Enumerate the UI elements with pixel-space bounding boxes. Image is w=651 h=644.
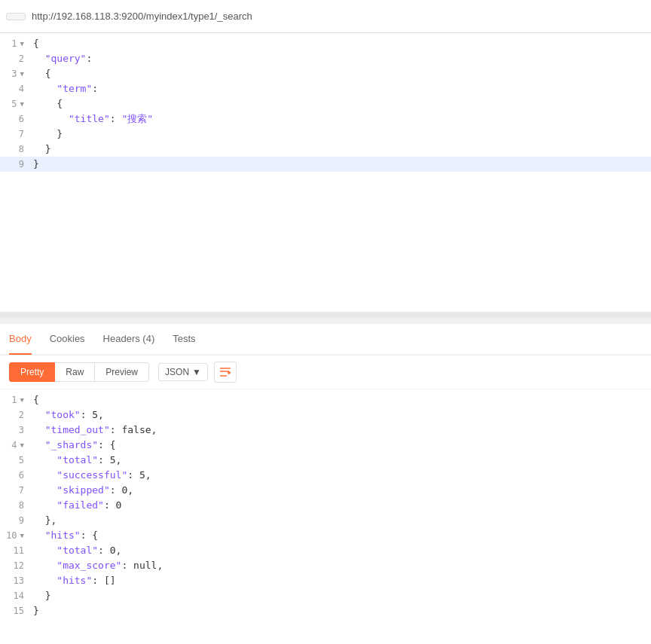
code-content: "title": "搜索" <box>30 111 153 127</box>
line-number: 7 <box>0 127 30 142</box>
response-code-content: "hits": [] <box>30 573 116 588</box>
response-code-content: "successful": 5, <box>30 468 151 483</box>
response-code-content: } <box>30 603 39 618</box>
code-content: } <box>30 157 39 172</box>
line-number: 9 <box>0 157 30 172</box>
response-tab-headers[interactable]: Headers (4) <box>103 333 155 346</box>
response-line-number: 3 <box>0 423 30 438</box>
response-code-line: 5 "total": 5, <box>0 453 651 468</box>
response-code-content: "total": 5, <box>30 453 121 468</box>
response-line-number: 9 <box>0 513 30 528</box>
fold-arrow-icon[interactable]: ▼ <box>20 96 24 111</box>
response-line-number: 15 <box>0 603 30 618</box>
response-section: BodyCookiesHeaders (4)Tests PrettyRawPre… <box>0 324 651 621</box>
code-line: 9} <box>0 157 651 172</box>
view-button-group: PrettyRawPreview <box>9 362 149 382</box>
format-selector[interactable]: JSON▼ <box>158 363 208 381</box>
response-code-line: 2 "took": 5, <box>0 407 651 423</box>
request-code-editor[interactable]: 1▼{2 "query":3▼ {4 "term":5▼ {6 "title":… <box>0 33 651 312</box>
line-number: 8 <box>0 142 30 157</box>
line-number: 2 <box>0 51 30 66</box>
response-toolbar: PrettyRawPreviewJSON▼ <box>0 356 651 389</box>
code-line: 4 "term": <box>0 81 651 96</box>
response-code-line: 13 "hits": [] <box>0 573 651 588</box>
wrap-icon <box>219 366 231 378</box>
response-line-number: 6 <box>0 468 30 483</box>
response-line-number: 10▼ <box>0 528 30 543</box>
fold-arrow-icon[interactable]: ▼ <box>20 392 24 407</box>
response-tab-body[interactable]: Body <box>9 333 32 346</box>
fold-arrow-icon[interactable]: ▼ <box>20 66 24 81</box>
response-line-number: 4▼ <box>0 438 30 453</box>
code-line: 1▼{ <box>0 36 651 51</box>
view-btn-raw[interactable]: Raw <box>55 362 94 382</box>
code-line: 8 } <box>0 142 651 157</box>
code-line: 7 } <box>0 127 651 142</box>
response-line-number: 12 <box>0 558 30 573</box>
url-input[interactable] <box>32 11 645 22</box>
response-line-number: 7 <box>0 483 30 498</box>
line-number: 4 <box>0 81 30 96</box>
divider <box>0 318 651 324</box>
response-tab-tests[interactable]: Tests <box>173 333 195 346</box>
response-line-number: 11 <box>0 543 30 558</box>
response-code-content: "failed": 0 <box>30 498 121 513</box>
response-code-line: 6 "successful": 5, <box>0 468 651 483</box>
response-line-number: 13 <box>0 573 30 588</box>
response-code-content: "took": 5, <box>30 407 104 423</box>
response-code-line: 14 } <box>0 588 651 603</box>
code-line: 3▼ { <box>0 66 651 81</box>
code-content: { <box>30 96 63 111</box>
response-code-editor[interactable]: 1▼{2 "took": 5,3 "timed_out": false,4▼ "… <box>0 389 651 621</box>
response-code-line: 9 }, <box>0 513 651 528</box>
code-content: "term": <box>30 81 98 96</box>
response-code-content: "max_score": null, <box>30 558 163 573</box>
response-line-number: 5 <box>0 453 30 468</box>
wrap-button[interactable] <box>214 362 237 383</box>
response-code-line: 8 "failed": 0 <box>0 498 651 513</box>
response-line-number: 8 <box>0 498 30 513</box>
response-code-line: 7 "skipped": 0, <box>0 483 651 498</box>
code-content: } <box>30 127 63 142</box>
response-code-content: "skipped": 0, <box>30 483 133 498</box>
format-chevron-icon: ▼ <box>192 367 201 377</box>
response-code-line: 1▼{ <box>0 392 651 407</box>
fold-arrow-icon[interactable]: ▼ <box>20 36 24 51</box>
response-tabs-bar: BodyCookiesHeaders (4)Tests <box>0 324 651 356</box>
response-code-line: 3 "timed_out": false, <box>0 423 651 438</box>
fold-arrow-icon[interactable]: ▼ <box>20 438 24 453</box>
response-line-number: 14 <box>0 588 30 603</box>
format-label: JSON <box>165 367 189 377</box>
response-line-number: 2 <box>0 407 30 423</box>
fold-arrow-icon[interactable]: ▼ <box>20 528 24 543</box>
view-btn-preview[interactable]: Preview <box>94 362 149 382</box>
response-code-line: 15} <box>0 603 651 618</box>
response-code-content: "total": 0, <box>30 543 121 558</box>
code-content: { <box>30 36 39 51</box>
line-number: 3▼ <box>0 66 30 81</box>
response-code-content: "hits": { <box>30 528 98 543</box>
line-number: 1▼ <box>0 36 30 51</box>
response-code-content: }, <box>30 513 57 528</box>
line-number: 5▼ <box>0 96 30 111</box>
response-code-line: 10▼ "hits": { <box>0 528 651 543</box>
code-line: 5▼ { <box>0 96 651 111</box>
response-code-content: { <box>30 392 39 407</box>
response-code-line: 11 "total": 0, <box>0 543 651 558</box>
response-code-content: "_shards": { <box>30 438 116 453</box>
response-tab-cookies[interactable]: Cookies <box>50 333 85 346</box>
response-code-line: 12 "max_score": null, <box>0 558 651 573</box>
request-editor-section: 1▼{2 "query":3▼ {4 "term":5▼ {6 "title":… <box>0 33 651 318</box>
response-code-content: } <box>30 588 50 603</box>
code-content: } <box>30 142 50 157</box>
view-btn-pretty[interactable]: Pretty <box>9 362 55 382</box>
line-number: 6 <box>0 111 30 127</box>
code-line: 2 "query": <box>0 51 651 66</box>
response-code-content: "timed_out": false, <box>30 423 157 438</box>
response-code-line: 4▼ "_shards": { <box>0 438 651 453</box>
code-content: "query": <box>30 51 92 66</box>
method-dropdown[interactable] <box>6 13 26 20</box>
url-bar <box>0 0 651 33</box>
code-content: { <box>30 66 50 81</box>
code-line: 6 "title": "搜索" <box>0 111 651 127</box>
